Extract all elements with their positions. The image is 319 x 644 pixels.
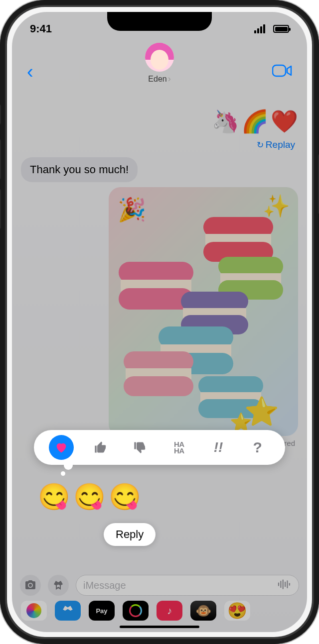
conversation-header: ‹ Eden	[12, 42, 307, 102]
tapback-like-button[interactable]	[88, 435, 113, 460]
app-photos[interactable]	[21, 601, 47, 621]
tapback-haha-button[interactable]: HAHA	[166, 435, 191, 460]
tapback-panel: HAHA !! ? 😋 😋 😋 Reply	[34, 430, 285, 546]
tapback-dislike-button[interactable]	[128, 435, 153, 460]
replay-effect-button[interactable]: ↻ Replay	[21, 139, 298, 150]
tapback-question-button[interactable]: ?	[245, 435, 270, 460]
rainbow-sticker: 🌈	[241, 110, 269, 132]
replay-icon: ↻	[257, 140, 264, 150]
tapback-love-button[interactable]	[49, 435, 74, 460]
message-input[interactable]: iMessage	[76, 575, 299, 596]
imessage-apps-button[interactable]	[48, 575, 69, 596]
voice-message-icon[interactable]	[278, 579, 292, 592]
svg-rect-1	[278, 583, 279, 586]
volume-down-button	[0, 189, 1, 229]
back-button[interactable]: ‹	[27, 61, 33, 83]
tapback-exclaim-button[interactable]: !!	[206, 435, 231, 460]
cellular-signal-icon	[254, 24, 265, 33]
home-indicator[interactable]	[120, 626, 199, 628]
svg-rect-6	[289, 583, 290, 585]
mute-switch	[0, 105, 1, 124]
contact-info-button[interactable]: Eden	[145, 43, 174, 84]
status-time: 9:41	[30, 22, 52, 35]
svg-rect-5	[287, 580, 288, 588]
emoji-face-savoring: 😋	[109, 482, 141, 512]
app-memoji[interactable]: 😍	[224, 601, 250, 621]
svg-rect-2	[280, 581, 281, 588]
party-popper-overlay: 🎉	[118, 196, 146, 223]
tapback-options: HAHA !! ?	[34, 430, 285, 465]
emoji-face-savoring: 😋	[38, 482, 70, 512]
sparkle-overlay: ✨	[263, 193, 290, 219]
heart-sticker: ❤️	[271, 110, 298, 132]
camera-button[interactable]	[20, 575, 41, 596]
contact-avatar	[145, 43, 174, 72]
emoji-reply-message[interactable]: 😋 😋 😋	[34, 482, 285, 512]
svg-rect-4	[285, 582, 286, 587]
message-placeholder: iMessage	[83, 580, 126, 591]
emoji-face-savoring: 😋	[73, 482, 106, 512]
iphone-device-frame: 9:41 ‹ Eden	[0, 0, 319, 644]
app-apple-pay[interactable]: Pay	[89, 601, 115, 621]
facetime-video-button[interactable]	[272, 64, 292, 80]
app-music[interactable]: ♪	[157, 601, 182, 621]
contact-name: Eden	[145, 74, 174, 84]
unicorn-sticker: 🦄	[212, 110, 239, 132]
app-fitness[interactable]	[123, 601, 149, 621]
svg-rect-0	[273, 65, 286, 76]
sent-effect-message[interactable]: 🦄 🌈 ❤️	[21, 107, 298, 136]
notch	[107, 12, 212, 31]
incoming-message-text: Thank you so much!	[30, 163, 129, 176]
reply-button[interactable]: Reply	[104, 523, 156, 546]
battery-icon	[273, 25, 289, 33]
screen: 9:41 ‹ Eden	[12, 12, 307, 632]
svg-rect-3	[283, 579, 284, 589]
app-animoji[interactable]: 🐵	[190, 601, 216, 621]
volume-up-button	[0, 139, 1, 179]
app-store[interactable]	[55, 601, 81, 621]
incoming-message-bubble[interactable]: Thank you so much!	[21, 157, 138, 182]
sent-image-message[interactable]: 🎉 ✨ ⭐ ⭐	[109, 187, 298, 436]
message-composer: iMessage	[12, 572, 307, 598]
imessage-app-drawer[interactable]: Pay ♪ 🐵 😍	[12, 598, 307, 623]
